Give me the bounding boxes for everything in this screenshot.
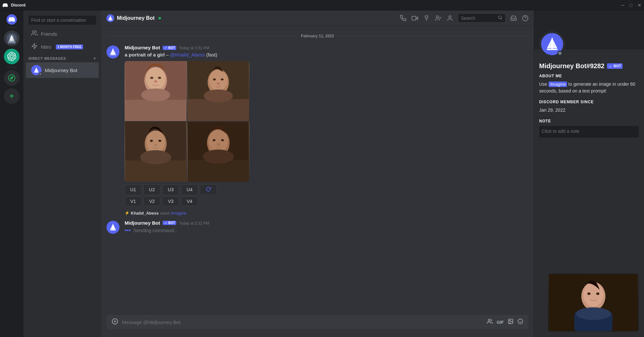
msg-mention[interactable]: @Khalid_Abess: [170, 52, 205, 57]
svg-point-86: [583, 282, 604, 306]
minimize-icon[interactable]: ─: [621, 3, 625, 8]
maximize-icon[interactable]: □: [630, 3, 632, 8]
action-buttons-row1: U1 U2 U3 U4: [125, 184, 528, 195]
msg-avatar-2: [106, 221, 119, 234]
server-icon-explore[interactable]: [4, 70, 19, 86]
date-line-right: [337, 36, 528, 36]
pin-icon[interactable]: [423, 15, 430, 21]
profile-bot-badge: BOT: [607, 63, 623, 69]
svg-rect-19: [412, 16, 416, 20]
svg-point-37: [154, 80, 157, 82]
close-icon[interactable]: ✕: [638, 3, 641, 8]
server-divider-2: [6, 67, 17, 68]
server-icon-ai[interactable]: [4, 49, 19, 64]
input-area: GIF: [101, 315, 534, 337]
chat-search-bar[interactable]: [458, 14, 505, 22]
u3-button[interactable]: U3: [162, 184, 179, 195]
msg-time-1: Today at 3:31 PM: [179, 46, 209, 50]
portrait-1[interactable]: [125, 61, 187, 121]
title-bar-controls: ─ □ ✕: [621, 3, 641, 8]
profile-note-section: NOTE Click to add a note: [539, 119, 639, 138]
video-overlay: [548, 273, 639, 332]
app-body: + Friends Nitro 1 M: [0, 10, 644, 337]
chat-search-input[interactable]: [461, 16, 495, 21]
server-icon-portrait[interactable]: [4, 31, 19, 46]
nitro-label: Nitro: [41, 44, 51, 50]
svg-marker-9: [32, 44, 37, 49]
u4-button[interactable]: U4: [181, 184, 198, 195]
msg-badge-text-2: BOT: [168, 221, 175, 225]
dm-avatar-midjourney: [31, 65, 42, 75]
refresh-button[interactable]: [200, 184, 217, 195]
dm-midjourney-item[interactable]: Midjourney Bot: [26, 62, 99, 78]
svg-rect-47: [188, 99, 249, 121]
svg-point-63: [217, 143, 220, 145]
svg-rect-38: [125, 100, 186, 121]
call-icon[interactable]: [400, 15, 406, 21]
message-input-box: GIF: [106, 315, 528, 329]
svg-point-24: [499, 16, 502, 19]
nitro-nav-item[interactable]: Nitro 1 MONTH FREE: [26, 40, 99, 53]
sending-text: Sending command...: [133, 228, 178, 233]
search-area: [23, 10, 101, 27]
server-divider: [6, 27, 17, 28]
msg-text-1: a portrait of a girl – @Khalid_Abess (fa…: [125, 52, 528, 58]
svg-point-75: [509, 320, 510, 321]
nitro-icon: [31, 43, 38, 51]
gif-icon[interactable]: GIF: [497, 320, 504, 325]
command-name[interactable]: /imagine: [170, 211, 186, 216]
nitro-badge: 1 MONTH FREE: [56, 44, 83, 49]
about-text-1: Use: [539, 81, 549, 87]
portrait-image-grid: [125, 61, 249, 182]
v2-button[interactable]: V2: [143, 196, 160, 206]
emoji-mentions-icon[interactable]: [487, 318, 493, 326]
help-icon[interactable]: [522, 15, 528, 21]
svg-point-65: [203, 149, 234, 164]
sticker-icon[interactable]: [508, 318, 514, 326]
msg-avatar-1: [106, 45, 119, 58]
v4-button[interactable]: V4: [181, 196, 198, 206]
add-member-icon[interactable]: [435, 15, 441, 21]
msg-header-2: Midjourney Bot BOT Today at 3:32 PM: [125, 220, 528, 226]
emoji-icon[interactable]: [517, 318, 523, 326]
discord-home-button[interactable]: [6, 14, 17, 25]
server-sidebar: +: [0, 10, 23, 337]
portrait-3[interactable]: [125, 122, 187, 182]
server-icon-add[interactable]: +: [4, 88, 19, 104]
u2-button[interactable]: U2: [143, 184, 160, 195]
midjourney-status-dot: [39, 72, 42, 76]
find-conversation-input[interactable]: [29, 16, 96, 25]
profile-username: Midjourney Bot#9282: [539, 62, 604, 70]
msg-author-2: Midjourney Bot: [125, 220, 160, 226]
svg-point-51: [146, 131, 165, 153]
command-user: Khalid_Abess: [131, 211, 159, 216]
profile-member-section: DISCORD MEMBER SINCE Jan 29, 2022: [539, 100, 639, 114]
msg-bold-text: a portrait of a girl: [125, 52, 165, 57]
command-used-text: used: [160, 211, 169, 216]
profile-icon[interactable]: [447, 15, 453, 21]
friends-nav-item[interactable]: Friends: [26, 27, 99, 40]
profile-badge-text: BOT: [613, 64, 621, 68]
inbox-icon[interactable]: [510, 15, 517, 21]
new-dm-button[interactable]: +: [93, 56, 96, 61]
profile-note-input[interactable]: Click to add a note: [539, 126, 639, 138]
message-text-input[interactable]: [122, 316, 483, 328]
svg-point-46: [217, 82, 220, 85]
command-usage-line: ⚡ Khalid_Abess used /imagine: [119, 210, 534, 216]
portrait-2[interactable]: [187, 61, 249, 121]
add-file-icon[interactable]: [112, 318, 118, 326]
v3-button[interactable]: V3: [162, 196, 179, 206]
profile-member-date: Jan 29, 2022: [539, 107, 639, 114]
dm-section-label: DIRECT MESSAGES: [29, 56, 66, 60]
video-icon[interactable]: [412, 15, 418, 21]
date-text: February 11, 2023: [301, 34, 334, 38]
sending-message: ••• Sending command...: [125, 227, 528, 234]
chat-header-avatar: [106, 14, 114, 22]
main-chat: Midjourney Bot: [101, 10, 534, 337]
svg-point-23: [449, 16, 451, 18]
v1-button[interactable]: V1: [125, 196, 142, 206]
portrait-4[interactable]: [187, 122, 249, 182]
u1-button[interactable]: U1: [125, 184, 142, 195]
profile-body: Midjourney Bot#9282 BOT ABOUT ME Use /im…: [534, 49, 644, 148]
sending-dots-icon: •••: [125, 227, 131, 234]
